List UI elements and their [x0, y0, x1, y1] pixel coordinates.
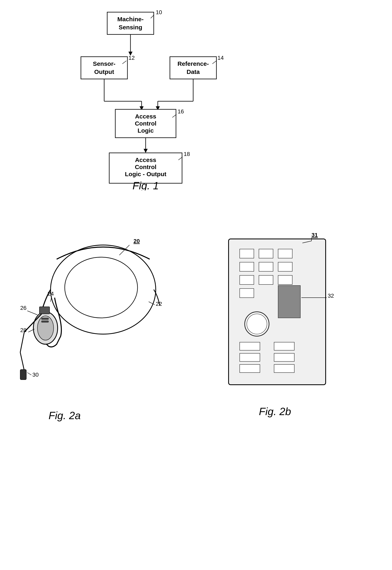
svg-text:24: 24: [48, 291, 54, 297]
fig1-svg: Machine- Sensing 10 Sensor- Output 12 Re…: [41, 8, 263, 190]
svg-rect-81: [274, 353, 294, 361]
svg-rect-65: [240, 249, 254, 258]
svg-text:28: 28: [20, 327, 27, 333]
fig2a-area: 20 22 24 26 28 30 Fig. 2a: [8, 219, 200, 432]
svg-text:Data: Data: [186, 68, 200, 75]
svg-text:Access: Access: [135, 113, 156, 120]
svg-point-40: [51, 245, 156, 334]
svg-rect-82: [240, 364, 260, 373]
svg-text:Machine-: Machine-: [117, 16, 144, 22]
svg-text:Reference-: Reference-: [177, 60, 209, 67]
svg-text:16: 16: [178, 108, 184, 115]
svg-marker-32: [144, 149, 148, 153]
svg-point-41: [65, 257, 138, 318]
svg-text:18: 18: [184, 151, 190, 157]
svg-rect-71: [240, 275, 254, 285]
svg-line-46: [20, 352, 24, 371]
fig2b-area: 31 32 Fig. 2b: [212, 223, 374, 430]
svg-line-58: [27, 311, 37, 315]
svg-rect-75: [278, 285, 300, 318]
svg-text:Control: Control: [135, 120, 156, 127]
fig1-container: Machine- Sensing 10 Sensor- Output 12 Re…: [41, 8, 263, 190]
svg-text:14: 14: [217, 55, 224, 61]
svg-rect-72: [259, 275, 273, 285]
svg-text:Fig. 1: Fig. 1: [132, 180, 159, 190]
svg-text:Logic: Logic: [138, 127, 154, 134]
fig2a-svg: 20 22 24 26 28 30 Fig. 2a: [8, 219, 190, 431]
svg-text:Access: Access: [135, 157, 156, 163]
svg-text:Fig. 2b: Fig. 2b: [259, 405, 291, 417]
svg-text:Fig. 2a: Fig. 2a: [49, 410, 81, 421]
svg-rect-69: [259, 262, 273, 271]
svg-rect-47: [20, 370, 26, 380]
svg-rect-64: [229, 239, 326, 385]
svg-rect-50: [42, 321, 49, 322]
svg-text:Logic - Output: Logic - Output: [125, 171, 167, 177]
svg-rect-79: [274, 342, 294, 350]
svg-rect-78: [240, 342, 260, 350]
svg-text:32: 32: [328, 293, 334, 299]
svg-text:31: 31: [311, 232, 318, 238]
svg-rect-49: [42, 318, 49, 319]
fig2b-svg: 31 32 Fig. 2b: [212, 223, 364, 429]
svg-text:10: 10: [156, 9, 162, 15]
svg-rect-7: [81, 57, 127, 79]
svg-text:20: 20: [134, 238, 140, 244]
svg-text:12: 12: [128, 55, 135, 61]
page: Machine- Sensing 10 Sensor- Output 12 Re…: [0, 0, 392, 570]
svg-rect-48: [40, 307, 50, 314]
svg-rect-83: [274, 364, 294, 373]
svg-rect-12: [170, 57, 216, 79]
svg-text:Sensor-: Sensor-: [93, 60, 115, 67]
svg-line-62: [27, 373, 31, 375]
svg-rect-73: [278, 275, 292, 285]
svg-text:Sensing: Sensing: [119, 24, 142, 30]
svg-text:Output: Output: [94, 68, 114, 75]
svg-text:Control: Control: [135, 164, 156, 170]
svg-rect-74: [240, 288, 254, 298]
svg-text:30: 30: [32, 372, 39, 378]
svg-point-77: [247, 314, 267, 334]
svg-text:22: 22: [156, 301, 162, 307]
svg-text:26: 26: [20, 305, 27, 311]
svg-rect-80: [240, 353, 260, 361]
svg-rect-70: [278, 262, 292, 271]
svg-rect-0: [107, 12, 154, 34]
svg-rect-67: [278, 249, 292, 258]
svg-rect-68: [240, 262, 254, 271]
svg-rect-66: [259, 249, 273, 258]
svg-line-45: [20, 332, 24, 352]
